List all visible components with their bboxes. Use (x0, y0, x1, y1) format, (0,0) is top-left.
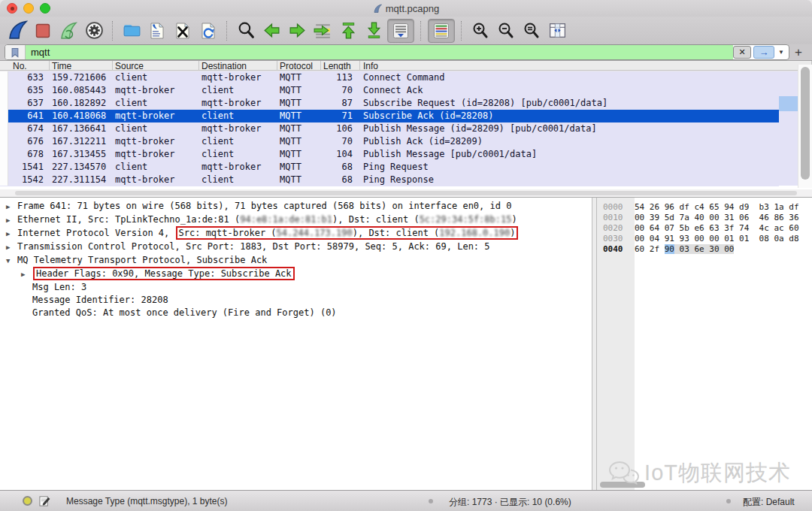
filter-input[interactable]: mqtt (26, 45, 733, 59)
wireshark-fin-icon (373, 4, 383, 14)
filter-bookmark-icon[interactable] (5, 45, 26, 59)
cell-length: 106 (321, 122, 360, 135)
redacted-text: 192.168.0.190 (439, 228, 510, 238)
filter-dropdown-caret-icon[interactable]: ▼ (778, 49, 784, 56)
go-back-icon[interactable] (259, 20, 283, 42)
detail-tree-item[interactable]: ▶Ethernet II, Src: TpLinkTechno_1a:de:81… (0, 213, 592, 227)
packet-row[interactable]: 633159.721606clientmqtt-brokerMQTT113Con… (0, 71, 779, 84)
cell-no: 637 (8, 97, 50, 110)
intelligent-scrollbar-minimap[interactable] (779, 71, 798, 186)
open-file-icon[interactable] (120, 20, 144, 42)
hex-bytes: 00 64 07 5b e6 63 3f 74 4c ac 60 (635, 223, 799, 233)
stop-capture-icon[interactable] (31, 20, 55, 42)
detail-tree-item[interactable]: ▼MQ Telemetry Transport Protocol, Subscr… (0, 254, 592, 268)
detail-tree-item[interactable]: Message Identifier: 28208 (0, 294, 592, 307)
hex-offset: 0000 (597, 202, 635, 213)
packet-row[interactable]: 678167.313455mqtt-brokerclientMQTT104Pub… (0, 148, 779, 161)
column-header-length[interactable]: Length (321, 61, 360, 70)
zoom-normal-icon[interactable] (520, 20, 544, 42)
detail-text: ) (511, 214, 517, 225)
column-header-protocol[interactable]: Protocol (277, 61, 321, 70)
resize-columns-icon[interactable] (545, 20, 569, 42)
cell-length: 68 (321, 161, 360, 174)
hex-offset: 0020 (597, 223, 635, 234)
go-to-last-packet-icon[interactable] (362, 20, 386, 42)
capture-options-icon[interactable] (82, 20, 106, 42)
collapse-arrow-icon[interactable]: ▶ (6, 201, 17, 213)
packet-list-scrollbar[interactable] (798, 65, 812, 188)
capture-comment-icon[interactable] (39, 495, 50, 509)
column-header-destination[interactable]: Destination (199, 61, 277, 70)
detail-tree-item[interactable]: ▶Transmission Control Protocol, Src Port… (0, 240, 592, 254)
column-header-time[interactable]: Time (50, 61, 113, 70)
detail-tree-item[interactable]: ▶Header Flags: 0x90, Message Type: Subsc… (0, 268, 592, 281)
expand-arrow-icon[interactable]: ▼ (6, 255, 17, 268)
cell-info: Ping Request (360, 161, 779, 174)
cell-info: Connect Ack (360, 84, 779, 97)
detail-tree-item[interactable]: Granted QoS: At most once delivery (Fire… (0, 307, 592, 319)
hex-offset: 0030 (597, 234, 635, 244)
collapse-arrow-icon[interactable]: ▶ (6, 241, 17, 254)
packet-detail-pane[interactable]: ▶Frame 641: 71 bytes on wire (568 bits),… (0, 197, 592, 490)
filter-add-button[interactable]: + (789, 45, 807, 60)
column-header-no[interactable]: No. (8, 61, 50, 70)
go-to-packet-icon[interactable] (311, 20, 335, 42)
profile-status[interactable]: 配置: Default (743, 496, 795, 509)
hex-hscrollbar-thumb[interactable] (600, 482, 645, 488)
filter-clear-icon[interactable]: ✕ (733, 46, 751, 59)
hex-row[interactable]: 001000 39 5d 7a 40 00 31 06 46 86 36 (597, 213, 812, 223)
cell-time: 167.313455 (50, 148, 113, 161)
packet-row[interactable]: 1542227.311154mqtt-brokerclientMQTT68Pin… (0, 174, 779, 186)
expert-info-icon[interactable] (23, 496, 32, 506)
detail-text: Message Identifier: 28208 (32, 295, 168, 305)
find-packet-icon[interactable] (234, 20, 258, 42)
reload-file-icon[interactable] (196, 20, 220, 42)
collapse-arrow-icon[interactable]: ▶ (21, 268, 32, 281)
hex-row[interactable]: 003000 04 91 93 00 00 01 01 08 0a d8 (597, 234, 812, 244)
cell-destination: client (199, 148, 277, 161)
go-to-first-packet-icon[interactable] (336, 20, 360, 42)
packet-bytes-pane[interactable]: 000054 26 96 df c4 65 94 d9 b3 1a df0010… (596, 197, 812, 490)
hex-bytes: 00 04 91 93 00 00 01 01 08 0a d8 (635, 234, 799, 243)
packet-list-header[interactable]: No.TimeSourceDestinationProtocolLengthIn… (0, 60, 812, 71)
colorize-packets-icon[interactable] (428, 19, 455, 43)
detail-text: Internet Protocol Version 4, (17, 228, 175, 238)
column-header-info[interactable]: Info (360, 61, 812, 70)
hex-bytes: 54 26 96 df c4 65 94 d9 b3 1a df (635, 202, 799, 212)
detail-tree-item[interactable]: Msg Len: 3 (0, 281, 592, 294)
packet-row[interactable]: 637160.182892clientmqtt-brokerMQTT87Subs… (0, 97, 779, 110)
restart-capture-icon[interactable] (56, 20, 80, 42)
filter-bar: mqtt ✕ → ▼ + (0, 44, 812, 60)
detail-tree-item[interactable]: ▶Frame 641: 71 bytes on wire (568 bits),… (0, 200, 592, 213)
cell-length: 70 (321, 84, 360, 97)
related-packets-gutter (0, 71, 8, 186)
cell-protocol: MQTT (277, 97, 321, 110)
start-capture-icon[interactable] (5, 20, 29, 42)
collapse-arrow-icon[interactable]: ▶ (6, 214, 17, 227)
cell-source: mqtt-broker (113, 174, 199, 186)
display-filter-field[interactable]: mqtt ✕ → ▼ (5, 44, 789, 60)
zoom-in-icon[interactable] (468, 20, 492, 42)
cell-no: 674 (8, 122, 50, 135)
collapse-arrow-icon[interactable]: ▶ (6, 228, 17, 240)
detail-tree-item[interactable]: ▶Internet Protocol Version 4, Src: mqtt-… (0, 227, 592, 240)
packet-row[interactable]: 676167.312211mqtt-brokerclientMQTT70Publ… (0, 135, 779, 148)
zoom-out-icon[interactable] (494, 20, 518, 42)
hex-row[interactable]: 004060 2f 90 03 6e 30 00 (597, 244, 812, 255)
splitter-handle[interactable] (15, 191, 797, 195)
packet-row[interactable]: 1541227.134570clientmqtt-brokerMQTT68Pin… (0, 161, 779, 174)
column-header-source[interactable]: Source (113, 61, 199, 70)
detail-text: Frame 641: 71 bytes on wire (568 bits), … (17, 201, 511, 211)
packet-row[interactable]: 635160.085443mqtt-brokerclientMQTT70Conn… (0, 84, 779, 97)
hex-row[interactable]: 000054 26 96 df c4 65 94 d9 b3 1a df (597, 202, 812, 213)
hex-row[interactable]: 002000 64 07 5b e6 63 3f 74 4c ac 60 (597, 223, 812, 234)
filter-apply-icon[interactable]: → (753, 46, 774, 59)
close-file-icon[interactable] (171, 20, 195, 42)
save-file-icon[interactable] (145, 20, 169, 42)
scrollbar-thumb[interactable] (801, 67, 810, 180)
go-forward-icon[interactable] (285, 20, 309, 42)
packet-row[interactable]: 674167.136641clientmqtt-brokerMQTT106Pub… (0, 122, 779, 135)
packet-row[interactable]: 641160.418068mqtt-brokerclientMQTT71Subs… (0, 110, 779, 122)
pane-splitter[interactable] (0, 189, 812, 197)
auto-scroll-icon[interactable] (387, 19, 414, 43)
